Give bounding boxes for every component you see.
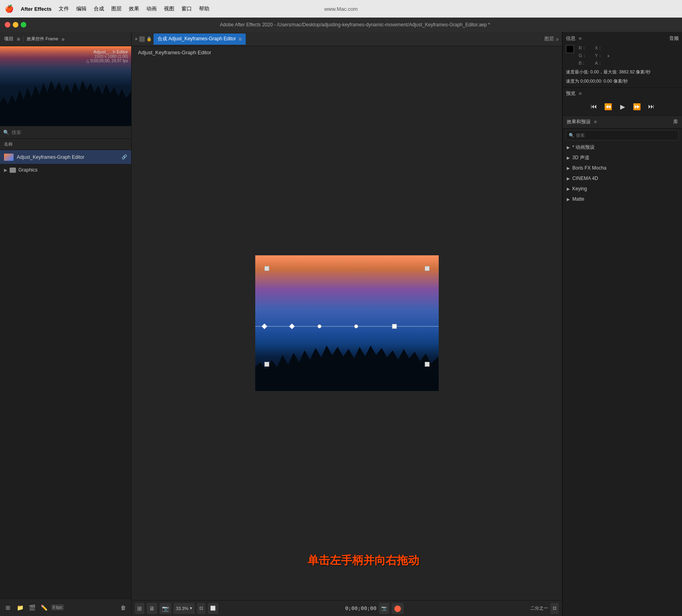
project-folder-graphics[interactable]: ▶ Graphics xyxy=(0,164,131,176)
preview-title: 预览 xyxy=(566,90,576,97)
project-panel: 项目 ≡ 效果控件 Frame » Adjust_....h Editor 19… xyxy=(0,32,132,616)
folder-icon xyxy=(10,168,16,173)
resolution-icon: ⊡ xyxy=(199,606,203,611)
project-search-input[interactable] xyxy=(12,130,128,135)
project-item-composition[interactable]: Adjust_Keyframes-Graph Editor 🔗 xyxy=(0,150,131,164)
kf-square-4[interactable] xyxy=(392,324,397,329)
menu-layer[interactable]: 图层 xyxy=(111,5,122,12)
current-time-display[interactable]: 0;00;00;00 xyxy=(345,605,376,611)
new-item-icon[interactable]: ⊞ xyxy=(3,603,13,612)
viewer-monitor-btn[interactable]: 🖥 xyxy=(147,603,157,614)
info-title: 信息 xyxy=(566,35,576,42)
info-g-row: G： xyxy=(579,53,593,59)
effects-search-input[interactable] xyxy=(576,133,676,138)
thumbnail-filename: Adjust_....h Editor xyxy=(86,49,128,54)
preview-controls: ⏮ ⏪ ▶ ⏩ ⏭ xyxy=(566,100,679,113)
expand-viewer-btn[interactable]: ⊡ xyxy=(550,603,559,614)
menu-composition[interactable]: 合成 xyxy=(94,5,104,12)
effects-item-keying[interactable]: ▶ Keying xyxy=(563,184,682,194)
composition-tab[interactable]: 合成 Adjust_Keyframes-Graph Editor ≡ xyxy=(154,34,246,45)
kf-circle-2[interactable] xyxy=(317,324,321,328)
last-frame-button[interactable]: ⏭ xyxy=(647,102,656,111)
viewer-camera-btn[interactable]: 📷 xyxy=(160,603,171,614)
menu-window[interactable]: 窗口 xyxy=(181,5,192,12)
comp-title: Adjust_Keyframes-Graph Editor xyxy=(138,49,211,55)
effect-name: CINEMA 4D xyxy=(572,176,598,181)
info-y-row: Y： + xyxy=(595,53,610,59)
project-menu-icon[interactable]: ≡ xyxy=(17,36,20,42)
g-label: G： xyxy=(579,53,587,59)
composition-canvas[interactable] xyxy=(255,255,439,391)
next-frame-button[interactable]: ⏩ xyxy=(632,102,642,111)
menu-help[interactable]: 帮助 xyxy=(199,5,209,12)
menu-file[interactable]: 文件 xyxy=(59,5,69,12)
info-a-row: A： xyxy=(595,60,610,66)
expand-panel-icon[interactable]: » xyxy=(61,36,65,42)
effects-item-cinema4d[interactable]: ▶ CINEMA 4D xyxy=(563,173,682,184)
snap-icon: 📷 xyxy=(381,606,387,611)
preview-menu-icon[interactable]: ≡ xyxy=(579,91,582,97)
expand-folder-icon[interactable]: ▶ xyxy=(4,168,7,173)
canvas-handle-tl[interactable] xyxy=(264,266,269,271)
layers-tab-label[interactable]: 图层 xyxy=(544,36,554,42)
zoom-dropdown-icon: ▾ xyxy=(190,606,192,611)
maximize-window-button[interactable] xyxy=(21,22,26,28)
apple-menu[interactable]: 🍎 xyxy=(5,4,14,13)
arrow-icon: ▶ xyxy=(567,156,570,160)
zoom-level: 33.3% xyxy=(176,606,188,611)
new-composition-icon[interactable]: 🎬 xyxy=(27,603,37,612)
info-menu-icon[interactable]: ≡ xyxy=(579,36,582,41)
effect-name: Keying xyxy=(572,186,587,192)
menu-view[interactable]: 视图 xyxy=(164,5,174,12)
tab-close-icon[interactable]: × xyxy=(135,36,138,42)
titlebar: Adobe After Effects 2020 - /Users/mac/De… xyxy=(0,18,682,32)
watermark: www.Mac.com xyxy=(324,6,358,12)
camera-icon: 📷 xyxy=(162,605,169,612)
menu-effects[interactable]: 效果 xyxy=(129,5,139,12)
delete-icon[interactable]: 🗑 xyxy=(118,603,128,612)
project-bottom-toolbar: ⊞ 📁 🎬 ✏️ 8 bpc 🗑 xyxy=(0,598,131,616)
menu-animation[interactable]: 动画 xyxy=(146,5,157,12)
paint-icon[interactable]: ✏️ xyxy=(39,603,49,612)
effects-item-animation-preset[interactable]: ▶ * 动画预设 xyxy=(563,142,682,152)
effect-name: Boris FX Mocha xyxy=(572,165,606,171)
audio-tab[interactable]: 音频 xyxy=(669,35,679,42)
info-rgba-grid: R： X： G： Y： + xyxy=(579,45,610,66)
viewer-region-btn[interactable]: ⬜ xyxy=(208,603,218,614)
prev-frame-button[interactable]: ⏪ xyxy=(603,102,613,111)
effects-item-3d[interactable]: ▶ 3D 声道 xyxy=(563,152,682,163)
color-btn[interactable]: ⬤ xyxy=(392,603,404,614)
app-name[interactable]: After Effects xyxy=(21,6,51,12)
main-layout: 项目 ≡ 效果控件 Frame » Adjust_....h Editor 19… xyxy=(0,32,682,616)
play-button[interactable]: ▶ xyxy=(618,102,627,111)
plus-icon: + xyxy=(607,53,609,58)
viewer-resolution-btn[interactable]: ⊡ xyxy=(197,603,205,614)
snap-btn[interactable]: 📷 xyxy=(379,603,389,614)
effects-list: ▶ * 动画预设 ▶ 3D 声道 ▶ Boris FX Mocha ▶ CINE… xyxy=(563,142,682,616)
canvas-handle-br[interactable] xyxy=(425,362,430,367)
speed-current: 速度为 0;00;00;00: 0.00 像素/秒 xyxy=(566,78,679,85)
library-tab[interactable]: 库 xyxy=(673,118,678,125)
canvas-handle-bl[interactable] xyxy=(264,362,269,367)
expand-icon: ⊡ xyxy=(553,606,556,611)
new-folder-icon[interactable]: 📁 xyxy=(15,603,25,612)
zoom-control[interactable]: 33.3% ▾ xyxy=(173,603,195,614)
window-title: Adobe After Effects 2020 - /Users/mac/De… xyxy=(33,22,677,28)
item-link-icon: 🔗 xyxy=(122,154,127,160)
thumbnail-info: Adjust_....h Editor 1920 x 1080 (1.00) △… xyxy=(86,49,128,63)
kf-circle-3[interactable] xyxy=(354,324,358,328)
effects-item-matte[interactable]: ▶ Matte xyxy=(563,194,682,204)
header-separator xyxy=(23,36,24,42)
effects-menu-icon[interactable]: ≡ xyxy=(594,119,597,125)
effects-item-boris[interactable]: ▶ Boris FX Mocha xyxy=(563,163,682,173)
viewer-grid-btn[interactable]: ⊞ xyxy=(135,603,144,614)
right-panel: 信息 ≡ 音频 R： X： G： xyxy=(562,32,682,616)
canvas-handle-tr[interactable] xyxy=(425,266,430,271)
first-frame-button[interactable]: ⏮ xyxy=(589,102,599,111)
expand-comp-icon[interactable]: » xyxy=(556,36,559,42)
minimize-window-button[interactable] xyxy=(13,22,18,28)
folder-name: Graphics xyxy=(18,167,37,173)
menu-edit[interactable]: 编辑 xyxy=(76,5,87,12)
close-window-button[interactable] xyxy=(5,22,10,28)
comp-tab-menu[interactable]: ≡ xyxy=(239,36,242,42)
